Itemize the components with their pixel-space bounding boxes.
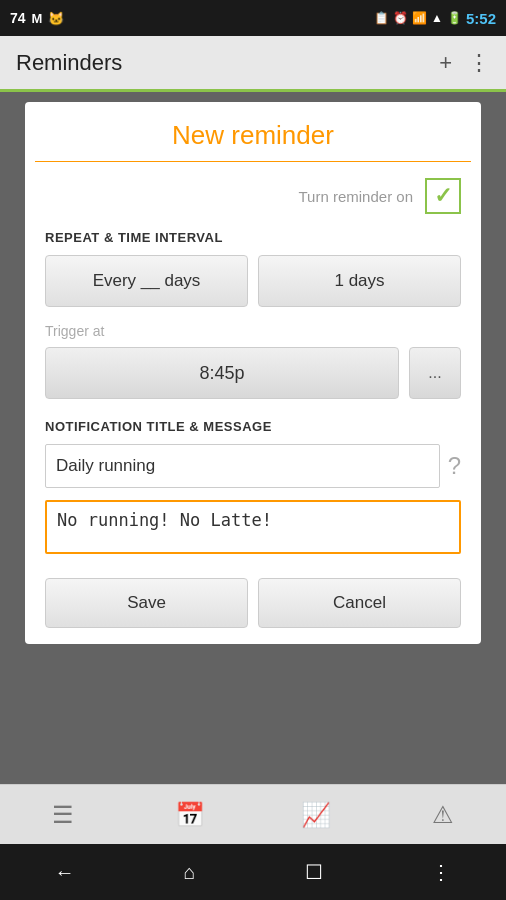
notification-message-input[interactable]: No running! No Latte! [45, 500, 461, 554]
nav-calendar[interactable]: 📅 [160, 785, 220, 845]
calendar-icon: 📅 [175, 801, 205, 829]
dialog-divider [35, 161, 471, 162]
menu-button[interactable]: ⋮ [468, 50, 490, 76]
dialog-title: New reminder [25, 102, 481, 161]
reminder-toggle-checkbox[interactable]: ✓ [425, 178, 461, 214]
checkmark-icon: ✓ [434, 183, 452, 209]
save-button[interactable]: Save [45, 578, 248, 628]
trigger-row: 8:45p ... [25, 347, 481, 419]
alarm-icon: ⏰ [393, 11, 408, 25]
notification-title-input[interactable] [45, 444, 440, 488]
toggle-label: Turn reminder on [299, 188, 414, 205]
repeat-section-label: REPEAT & TIME INTERVAL [25, 230, 481, 255]
status-right: 📋 ⏰ 📶 ▲ 🔋 5:52 [374, 10, 496, 27]
status-left: 74 M 🐱 [10, 10, 64, 26]
nav-alert[interactable]: ⚠ [413, 785, 473, 845]
trigger-time-button[interactable]: 8:45p [45, 347, 399, 399]
title-input-row: ? [25, 444, 481, 500]
battery-percent: 74 [10, 10, 26, 26]
content-area: New reminder Turn reminder on ✓ REPEAT &… [0, 92, 506, 784]
back-button[interactable]: ← [34, 851, 94, 894]
screen: 74 M 🐱 📋 ⏰ 📶 ▲ 🔋 5:52 Reminders + ⋮ New … [0, 0, 506, 900]
new-reminder-dialog: New reminder Turn reminder on ✓ REPEAT &… [25, 102, 481, 644]
status-bar: 74 M 🐱 📋 ⏰ 📶 ▲ 🔋 5:52 [0, 0, 506, 36]
more-button[interactable]: ⋮ [411, 850, 471, 894]
trigger-more-button[interactable]: ... [409, 347, 461, 399]
message-input-row: No running! No Latte! [25, 500, 481, 578]
app-bar-actions: + ⋮ [439, 50, 490, 76]
nav-list[interactable]: ☰ [33, 785, 93, 845]
wifi-icon: 📶 [412, 11, 427, 25]
status-time: 5:52 [466, 10, 496, 27]
days-count-button[interactable]: 1 days [258, 255, 461, 307]
recents-button[interactable]: ☐ [285, 850, 343, 894]
app-title: Reminders [16, 50, 122, 76]
battery-icon: 🔋 [447, 11, 462, 25]
modal-overlay: New reminder Turn reminder on ✓ REPEAT &… [0, 92, 506, 784]
alert-icon: ⚠ [432, 801, 454, 829]
cat-icon: 🐱 [48, 11, 64, 26]
system-nav: ← ⌂ ☐ ⋮ [0, 844, 506, 900]
signal-icon: ▲ [431, 11, 443, 25]
reminder-toggle-row: Turn reminder on ✓ [25, 178, 481, 230]
trigger-label: Trigger at [25, 323, 481, 347]
home-button[interactable]: ⌂ [163, 851, 215, 894]
app-bar: Reminders + ⋮ [0, 36, 506, 92]
notification-section-label: NOTIFICATION TITLE & MESSAGE [25, 419, 481, 444]
sim-icon: 📋 [374, 11, 389, 25]
interval-row: Every __ days 1 days [25, 255, 481, 323]
list-icon: ☰ [52, 801, 74, 829]
every-days-button[interactable]: Every __ days [45, 255, 248, 307]
action-buttons: Save Cancel [25, 578, 481, 628]
gmail-icon: M [32, 11, 43, 26]
help-icon[interactable]: ? [448, 452, 461, 480]
add-button[interactable]: + [439, 50, 452, 76]
bottom-nav: ☰ 📅 📈 ⚠ [0, 784, 506, 844]
cancel-button[interactable]: Cancel [258, 578, 461, 628]
chart-icon: 📈 [301, 801, 331, 829]
nav-chart[interactable]: 📈 [286, 785, 346, 845]
